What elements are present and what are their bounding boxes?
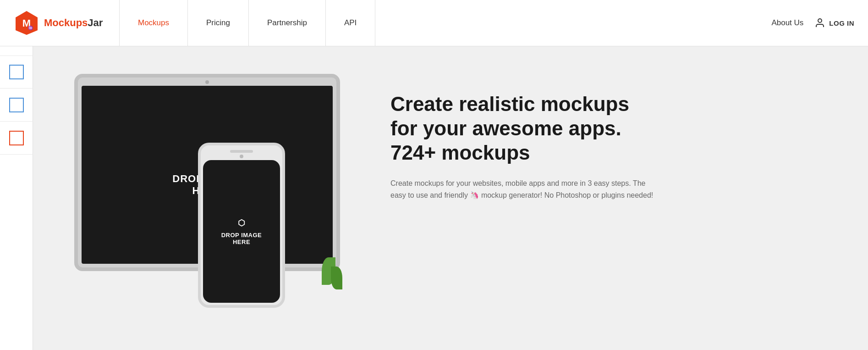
sidebar-thumb-2[interactable] <box>0 89 33 122</box>
nav-item-partnership[interactable]: Partnership <box>248 0 325 46</box>
login-text[interactable]: LOG IN <box>829 19 854 27</box>
about-link[interactable]: About Us <box>771 18 803 28</box>
logo-area[interactable]: M ♒ MockupsJar <box>0 10 119 36</box>
nav-item-pricing[interactable]: Pricing <box>187 0 248 46</box>
phone-camera <box>240 155 243 158</box>
nav-right: About Us LOG IN <box>758 17 868 28</box>
main-content: ⬡ DROP IMAGE HERE ⬡ DROP IMAGE HERE <box>0 46 868 350</box>
mockup-area: ⬡ DROP IMAGE HERE ⬡ DROP IMAGE HERE <box>60 65 363 303</box>
phone-logo-icon: ⬡ <box>238 218 245 228</box>
logo-text: MockupsJar <box>44 17 103 29</box>
nav-links: Mockups Pricing Partnership API <box>119 0 375 46</box>
svg-point-3 <box>818 19 822 22</box>
phone-mockup: ⬡ DROP IMAGE HERE <box>198 143 285 308</box>
nav-item-api[interactable]: API <box>325 0 375 46</box>
logo-icon: M ♒ <box>14 10 39 36</box>
phone-drop-text: DROP IMAGE HERE <box>221 232 262 245</box>
thumb-box-blue-1 <box>9 65 24 79</box>
thumb-box-red <box>9 131 24 145</box>
phone-speaker <box>230 150 253 153</box>
nav-item-mockups[interactable]: Mockups <box>119 0 187 46</box>
plant-decoration <box>322 257 358 303</box>
navbar: M ♒ MockupsJar Mockups Pricing Partnersh… <box>0 0 868 46</box>
sidebar-thumb-3[interactable] <box>0 122 33 155</box>
tablet-camera <box>205 80 209 84</box>
login-area[interactable]: LOG IN <box>814 17 854 28</box>
sidebar-thumbs <box>0 46 33 350</box>
hero-title: Create realistic mockups for your awesom… <box>390 92 841 165</box>
sidebar-thumb-1[interactable] <box>0 56 33 89</box>
user-icon <box>814 17 825 28</box>
hero-section: ⬡ DROP IMAGE HERE ⬡ DROP IMAGE HERE <box>33 46 868 350</box>
hero-description: Create mockups for your websites, mobile… <box>390 178 656 201</box>
leaf-2 <box>331 267 342 289</box>
thumb-box-blue-2 <box>9 98 24 112</box>
phone-screen: ⬡ DROP IMAGE HERE <box>203 160 280 303</box>
hero-text: Create realistic mockups for your awesom… <box>390 65 841 201</box>
svg-text:♒: ♒ <box>28 25 33 31</box>
